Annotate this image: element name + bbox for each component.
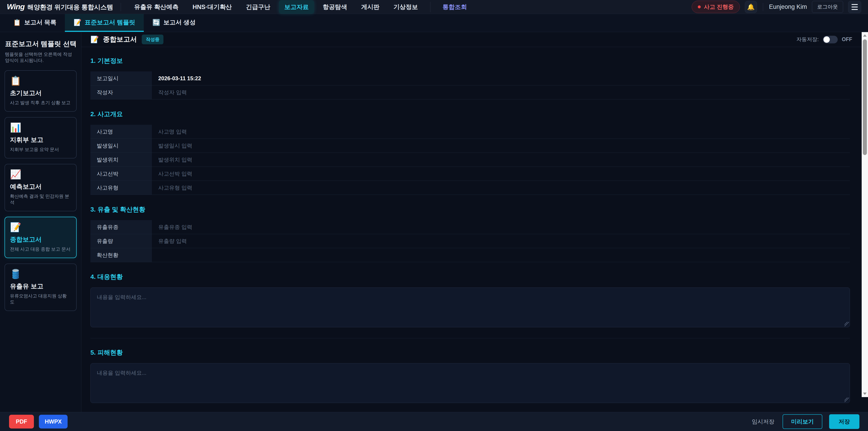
- field-row-occurrence-location: 발생위치 발생위치 입력: [90, 153, 850, 167]
- scrollbar-up-arrow-icon[interactable]: [862, 32, 868, 39]
- sidebar-title: 표준보고서 템플릿 선택: [5, 39, 76, 49]
- hamburger-menu-button[interactable]: [848, 1, 861, 13]
- nav-item-oil-spill-prediction[interactable]: 유출유 확산예측: [129, 0, 184, 14]
- preview-button[interactable]: 미리보기: [782, 414, 822, 429]
- form-title: 종합보고서: [103, 35, 137, 44]
- section-heading-spill-status: 3. 유출 및 확산현황: [90, 205, 850, 214]
- card-title: 유출유 보고: [10, 282, 71, 291]
- sidebar-item-command-report[interactable]: 📊 지휘부 보고 지휘부 보고용 요약 문서: [4, 117, 76, 158]
- memo-icon: 📝: [90, 35, 99, 43]
- field-row-spill-amount: 유출량 유출량 입력: [90, 234, 850, 248]
- field-label: 사고명: [90, 125, 152, 138]
- autosave-toggle[interactable]: [823, 36, 838, 43]
- logo-wing-icon: Wing: [7, 2, 25, 11]
- tab-report-list[interactable]: 📋 보고서 목록: [4, 14, 65, 32]
- oil-drum-icon: 🛢️: [10, 269, 71, 278]
- refresh-icon: 🔄: [152, 19, 160, 26]
- autosave-label: 자동저장:: [797, 36, 819, 43]
- spill-amount-input[interactable]: 유출량 입력: [152, 234, 850, 248]
- sidebar-item-comprehensive-report[interactable]: 📝 종합보고서 전체 사고 대응 종합 보고 문서: [4, 217, 76, 258]
- card-title: 종합보고서: [10, 235, 71, 244]
- tab-report-list-label: 보고서 목록: [24, 18, 57, 26]
- body-layout: 표준보고서 템플릿 선택 템플릿을 선택하면 오른쪽에 작성 양식이 표시됩니다…: [0, 32, 868, 412]
- bar-chart-icon: 📊: [10, 123, 71, 132]
- field-row-spill-oil-type: 유출유종 유출유종 입력: [90, 220, 850, 234]
- tab-standard-template-label: 표준보고서 템플릿: [85, 18, 135, 26]
- report-form-panel: 📝 종합보고서 작성중 자동저장: OFF 1. 기본정보 보고일시 2026-…: [81, 32, 868, 412]
- incident-dot-icon: [698, 5, 701, 8]
- incident-type-input[interactable]: 사고유형 입력: [152, 181, 850, 194]
- notification-button[interactable]: 🔔: [745, 1, 757, 13]
- sidebar-item-oil-spill-report[interactable]: 🛢️ 유출유 보고 유류오염사고 대응지원 상황도: [4, 264, 76, 311]
- spill-status-table: 유출유종 유출유종 입력 유출량 유출량 입력 확산현황: [90, 220, 850, 262]
- export-pdf-button[interactable]: PDF: [9, 415, 34, 429]
- scrollbar-thumb[interactable]: [863, 39, 867, 155]
- response-status-textarea[interactable]: [90, 287, 850, 327]
- tab-report-generate-label: 보고서 생성: [163, 18, 196, 26]
- temp-save-button[interactable]: 임시저장: [750, 415, 776, 429]
- clipboard-icon: 📋: [10, 76, 71, 85]
- incident-status-badge: 사고 진행중: [692, 1, 740, 13]
- field-label: 사고유형: [90, 181, 152, 194]
- basic-info-table: 보고일시 2026-03-11 15:22 작성자 작성자 입력: [90, 71, 850, 99]
- app-title: 해양환경 위기대응 통합시스템: [27, 3, 113, 11]
- incident-name-input[interactable]: 사고명 입력: [152, 125, 850, 138]
- form-scrollbar[interactable]: [862, 32, 868, 397]
- card-desc: 확산예측 결과 및 민감자원 분석: [10, 193, 71, 206]
- card-desc: 사고 발생 직후 초기 상황 보고: [10, 100, 71, 106]
- nav-item-integrated-search[interactable]: 통합조회: [437, 0, 472, 14]
- tab-standard-template[interactable]: 📝 표준보고서 템플릿: [65, 14, 144, 32]
- status-badge: 작성중: [142, 35, 163, 44]
- occurrence-datetime-input[interactable]: 발생일시 입력: [152, 139, 850, 153]
- nav-item-board[interactable]: 게시판: [356, 0, 385, 14]
- occurrence-location-input[interactable]: 발생위치 입력: [152, 153, 850, 166]
- nav-item-emergency-rescue[interactable]: 긴급구난: [241, 0, 276, 14]
- field-row-occurrence-datetime: 발생일시 발생일시 입력: [90, 139, 850, 153]
- export-hwpx-button[interactable]: HWPX: [39, 415, 68, 429]
- field-row-author: 작성자 작성자 입력: [90, 86, 850, 99]
- report-tabbar: 📋 보고서 목록 📝 표준보고서 템플릿 🔄 보고서 생성: [0, 14, 868, 32]
- field-row-incident-vessel: 사고선박 사고선박 입력: [90, 167, 850, 181]
- section-divider: [90, 338, 850, 338]
- logout-button[interactable]: 로그아웃: [812, 1, 843, 13]
- field-label: 사고선박: [90, 167, 152, 181]
- field-row-incident-name: 사고명 사고명 입력: [90, 125, 850, 139]
- card-title: 예측보고서: [10, 182, 71, 191]
- nav-item-aerial-search[interactable]: 항공탐색: [317, 0, 352, 14]
- spread-status-input[interactable]: [152, 248, 850, 262]
- field-label: 발생위치: [90, 153, 152, 166]
- section-heading-incident-overview: 2. 사고개요: [90, 110, 850, 118]
- sidebar-subtitle: 템플릿을 선택하면 오른쪽에 작성 양식이 표시됩니다.: [5, 51, 76, 63]
- report-datetime-value[interactable]: 2026-03-11 15:22: [152, 71, 850, 85]
- tab-report-generate[interactable]: 🔄 보고서 생성: [144, 14, 204, 32]
- section-heading-damage-status: 5. 피해현황: [90, 348, 850, 357]
- footer-actions: 임시저장 미리보기 저장: [750, 414, 860, 429]
- top-navbar: Wing 해양환경 위기대응 통합시스템 유출유 확산예측 HNS·대기확산 긴…: [0, 0, 868, 14]
- user-name: Eunjeong Kim: [769, 3, 807, 10]
- spill-oil-type-input[interactable]: 유출유종 입력: [152, 220, 850, 234]
- incident-vessel-input[interactable]: 사고선박 입력: [152, 167, 850, 181]
- nav-item-hns-air-diffusion[interactable]: HNS·대기확산: [187, 0, 237, 14]
- memo-icon: 📝: [10, 223, 71, 232]
- scrollbar-down-arrow-icon[interactable]: [862, 390, 868, 397]
- nav-item-reports[interactable]: 보고자료: [279, 0, 314, 14]
- main-nav: 유출유 확산예측 HNS·대기확산 긴급구난 보고자료 항공탐색 게시판 기상정…: [129, 0, 692, 14]
- damage-status-textarea[interactable]: [90, 363, 850, 403]
- action-footer: PDF HWPX 임시저장 미리보기 저장: [0, 412, 868, 431]
- form-scroll-area[interactable]: 1. 기본정보 보고일시 2026-03-11 15:22 작성자 작성자 입력…: [81, 47, 868, 412]
- navbar-right: 사고 진행중 🔔 Eunjeong Kim 로그아웃: [692, 1, 861, 13]
- toggle-knob: [824, 36, 830, 43]
- clipboard-icon: 📋: [13, 19, 21, 26]
- field-label: 발생일시: [90, 139, 152, 153]
- card-title: 초기보고서: [10, 89, 71, 97]
- save-button[interactable]: 저장: [829, 414, 860, 429]
- sidebar-item-prediction-report[interactable]: 📈 예측보고서 확산예측 결과 및 민감자원 분석: [4, 164, 76, 211]
- card-title: 지휘부 보고: [10, 135, 71, 144]
- nav-item-weather-info[interactable]: 기상정보: [388, 0, 423, 14]
- hamburger-icon: [851, 4, 858, 5]
- field-row-report-datetime: 보고일시 2026-03-11 15:22: [90, 71, 850, 86]
- author-input[interactable]: 작성자 입력: [152, 86, 850, 99]
- card-desc: 유류오염사고 대응지원 상황도: [10, 293, 71, 305]
- sidebar-item-initial-report[interactable]: 📋 초기보고서 사고 발생 직후 초기 상황 보고: [4, 70, 76, 112]
- memo-icon: 📝: [73, 19, 81, 26]
